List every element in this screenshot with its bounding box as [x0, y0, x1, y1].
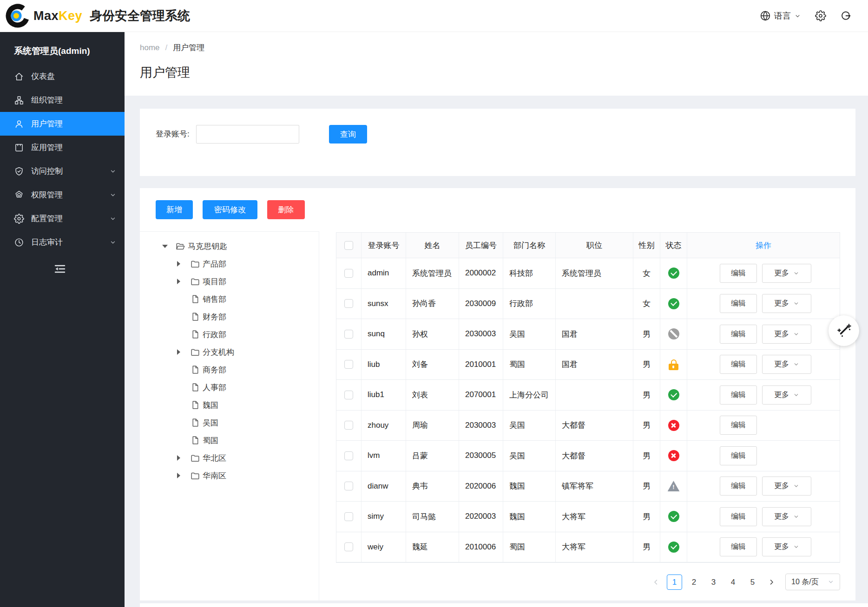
- position-cell: [556, 380, 633, 410]
- status-active-icon: [668, 268, 679, 279]
- delete-button[interactable]: 删除: [267, 200, 305, 219]
- row-checkbox[interactable]: [344, 360, 353, 369]
- tree-node[interactable]: 财务部: [140, 308, 319, 326]
- row-checkbox[interactable]: [344, 421, 353, 430]
- row-checkbox[interactable]: [344, 391, 353, 399]
- edit-button[interactable]: 编辑: [720, 507, 757, 526]
- gender-cell: 男: [633, 350, 660, 380]
- login-account-input[interactable]: [196, 125, 299, 144]
- edit-button[interactable]: 编辑: [720, 294, 757, 313]
- position-cell: 系统管理员: [556, 258, 633, 288]
- pagination-page-5[interactable]: 5: [745, 574, 760, 590]
- tree-node[interactable]: 项目部: [140, 273, 319, 290]
- sidebar-item-users[interactable]: 用户管理: [0, 112, 125, 136]
- actions-cell: 编辑: [687, 411, 840, 441]
- tree-node[interactable]: 蜀国: [140, 431, 319, 449]
- footer-strip: [140, 603, 868, 607]
- tree-node[interactable]: 华南区: [140, 467, 319, 484]
- pagination-next-icon[interactable]: [764, 574, 778, 590]
- sidebar-item-label: 应用管理: [31, 142, 116, 153]
- more-button[interactable]: 更多: [762, 476, 811, 496]
- tree-node[interactable]: 行政部: [140, 326, 319, 343]
- magic-wand-button[interactable]: [829, 315, 859, 346]
- gender-cell: 男: [633, 502, 660, 532]
- login-account-cell: admin: [362, 258, 406, 288]
- actions-cell: 编辑更多: [687, 380, 840, 410]
- edit-button[interactable]: 编辑: [720, 325, 757, 344]
- lock-body: [669, 364, 678, 370]
- caret-right-icon[interactable]: [177, 279, 190, 284]
- row-checkbox[interactable]: [344, 330, 353, 339]
- add-button[interactable]: 新增: [156, 200, 193, 219]
- change-password-button[interactable]: 密码修改: [203, 200, 257, 219]
- tree-node-label: 华南区: [203, 470, 226, 481]
- edit-button[interactable]: 编辑: [720, 264, 757, 283]
- row-checkbox[interactable]: [344, 542, 353, 551]
- edit-button[interactable]: 编辑: [720, 446, 757, 465]
- edit-button[interactable]: 编辑: [720, 476, 757, 496]
- row-checkbox[interactable]: [344, 299, 353, 308]
- position-cell: 国君: [556, 319, 633, 349]
- pagination-page-1[interactable]: 1: [667, 574, 682, 590]
- page-size-label: 10 条/页: [791, 577, 819, 587]
- pagination-page-2[interactable]: 2: [686, 574, 702, 590]
- menu-fold-icon[interactable]: [54, 263, 66, 274]
- caret-down-icon[interactable]: [162, 245, 175, 248]
- tree-node[interactable]: 魏国: [140, 396, 319, 414]
- table-header-cell: 性别: [633, 233, 660, 258]
- department-cell: 魏国: [503, 471, 556, 502]
- more-button[interactable]: 更多: [762, 537, 811, 556]
- caret-right-icon[interactable]: [177, 455, 190, 461]
- tree-node[interactable]: 马克思钥匙: [140, 237, 319, 255]
- select-all-checkbox[interactable]: [344, 241, 353, 250]
- query-button[interactable]: 查询: [329, 125, 367, 144]
- sidebar-item-permissions[interactable]: 权限管理: [0, 183, 125, 207]
- sidebar-item-config[interactable]: 配置管理: [0, 207, 125, 230]
- language-dropdown[interactable]: 语言: [760, 10, 801, 21]
- pagination-prev-icon[interactable]: [649, 574, 663, 590]
- sidebar-item-dashboard[interactable]: 仪表盘: [0, 65, 125, 88]
- row-checkbox[interactable]: [344, 451, 353, 460]
- tree-node[interactable]: 华北区: [140, 449, 319, 467]
- more-button[interactable]: 更多: [762, 264, 811, 283]
- row-checkbox[interactable]: [344, 269, 353, 278]
- more-button[interactable]: 更多: [762, 325, 811, 344]
- tree-node[interactable]: 产品部: [140, 255, 319, 273]
- edit-button[interactable]: 编辑: [720, 385, 757, 405]
- more-button[interactable]: 更多: [762, 294, 811, 313]
- more-button[interactable]: 更多: [762, 507, 811, 526]
- caret-right-icon[interactable]: [177, 261, 190, 267]
- header-actions: 语言: [760, 10, 851, 21]
- sidebar-item-access-control[interactable]: 访问控制: [0, 159, 125, 183]
- caret-right-icon[interactable]: [177, 473, 190, 478]
- status-inactive-icon: [668, 420, 679, 431]
- edit-button[interactable]: 编辑: [720, 355, 757, 374]
- sidebar-item-apps[interactable]: 应用管理: [0, 136, 125, 159]
- more-button[interactable]: 更多: [762, 355, 811, 374]
- caret-right-glyph: [177, 261, 180, 267]
- row-checkbox[interactable]: [344, 482, 353, 490]
- edit-button[interactable]: 编辑: [720, 537, 757, 556]
- tree-node[interactable]: 商务部: [140, 361, 319, 379]
- pagination-page-3[interactable]: 3: [706, 574, 721, 590]
- table-row: sunsx孙尚香2030009行政部女编辑更多: [336, 289, 840, 320]
- edit-button[interactable]: 编辑: [720, 416, 757, 435]
- breadcrumb-home-link[interactable]: home: [140, 43, 160, 52]
- logout-icon[interactable]: [840, 10, 851, 21]
- settings-gear-icon[interactable]: [815, 10, 826, 21]
- tree-node[interactable]: 吴国: [140, 414, 319, 431]
- pagination-page-4[interactable]: 4: [725, 574, 741, 590]
- tree-node[interactable]: 人事部: [140, 379, 319, 396]
- tree-node[interactable]: 销售部: [140, 290, 319, 308]
- sidebar-item-organizations[interactable]: 组织管理: [0, 88, 125, 112]
- tree-node[interactable]: 分支机构: [140, 343, 319, 361]
- user-management-panel: 新增 密码修改 删除 马克思钥匙产品部项目部销售部财务部行政部分支机构商务部人事…: [140, 188, 855, 600]
- row-checkbox[interactable]: [344, 512, 353, 521]
- caret-right-icon[interactable]: [177, 349, 190, 355]
- table-row: lvm吕蒙2030005吴国大都督男编辑: [336, 441, 840, 471]
- sidebar-item-audit[interactable]: 日志审计: [0, 230, 125, 254]
- more-button[interactable]: 更多: [762, 385, 811, 405]
- sidebar-item-label: 用户管理: [31, 118, 116, 129]
- page-size-select[interactable]: 10 条/页: [785, 574, 840, 590]
- department-cell: 蜀国: [503, 532, 556, 562]
